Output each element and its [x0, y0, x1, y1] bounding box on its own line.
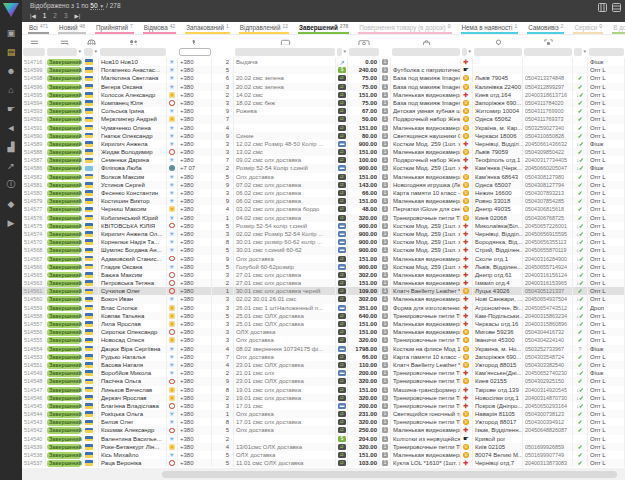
- order-row[interactable]: 514549ЗавершенийВоробйов Микола✳+380221.…: [22, 369, 625, 377]
- tab-Самовивіз[interactable]: Самовивіз2: [527, 22, 564, 34]
- last-page-icon[interactable]: ▶|: [75, 13, 81, 19]
- order-row[interactable]: 514556ЗавершенийСиротюк Олександр+3803ОЛ…: [22, 328, 625, 336]
- filter-input-payment[interactable]: [337, 48, 342, 56]
- filter-phone[interactable]: [178, 45, 212, 58]
- order-row[interactable]: 514558ЗавершенийКовпак Татьяна+380525.01…: [22, 312, 625, 320]
- settings-icon[interactable]: [612, 3, 621, 12]
- filter-check[interactable]: ▼: [573, 45, 588, 58]
- order-row[interactable]: 514590ЗавершенийГнатюк Олександр✳+3809Си…: [22, 132, 625, 140]
- filter-client_type[interactable]: [588, 45, 625, 58]
- company-icon[interactable]: ⌂: [0, 80, 22, 99]
- filter-country[interactable]: ▼: [83, 45, 99, 58]
- filter-input-product[interactable]: [392, 48, 460, 56]
- order-row[interactable]: 514593ЗавершенийСольська Ірина✳+3809Роже…: [22, 107, 625, 115]
- marketing-icon[interactable]: ◄: [0, 118, 22, 137]
- order-row[interactable]: 514545ЗавершенийБлагінна Владіслава+3803…: [22, 402, 625, 410]
- scrollbar-thumb[interactable]: [162, 471, 617, 478]
- filter-payment[interactable]: ▼: [336, 45, 348, 58]
- stats-icon[interactable]: ▟: [0, 137, 22, 156]
- filter-input-phone[interactable]: [179, 48, 211, 56]
- filter-input-country[interactable]: [84, 48, 93, 56]
- order-row[interactable]: 514565ЗавершенийБаюка Максим+380327.01 с…: [22, 271, 625, 279]
- filter-input-check[interactable]: [574, 48, 582, 56]
- filter-input-comment[interactable]: [235, 48, 335, 56]
- tab-Відмова[interactable]: Відмова42: [143, 22, 176, 34]
- order-row[interactable]: 514539ЗавершенийРоке-Бетанкурт Лін...+38…: [22, 443, 625, 451]
- order-row[interactable]: 514591ЗавершенийЧумаченко Олена✳+3804⇄15…: [22, 124, 625, 132]
- order-row[interactable]: 514555ЗавершенийНовосад Олеся+3803Олх до…: [22, 336, 625, 344]
- tab-Всі[interactable]: Всі471: [28, 22, 49, 34]
- order-row[interactable]: 514580ЗавершенийФесенко Константин✳+3803…: [22, 189, 625, 197]
- tab-Відправлений[interactable]: Відправлений12: [239, 22, 289, 34]
- first-page-icon[interactable]: |◀: [30, 13, 36, 19]
- order-row[interactable]: 514587ЗавершенийСеменюк Дарина✳+380709.0…: [22, 156, 625, 164]
- columns-icon[interactable]: [598, 3, 607, 12]
- order-row[interactable]: 514596ЗавершенийВегера Оксана✳+380320.02…: [22, 83, 625, 91]
- page-size-dropdown[interactable]: 50 ▼: [90, 2, 104, 10]
- order-row[interactable]: 514553ЗавершенийРудько Наталья✳+3807Олх …: [22, 353, 625, 361]
- order-row[interactable]: 514561ЗавершенийСучилов Олег+380130.01 с…: [22, 287, 625, 295]
- order-row[interactable]: 514551ЗавершенийБасова Наталя✳+380423.01…: [22, 361, 625, 369]
- filter-id[interactable]: [22, 45, 46, 58]
- order-row[interactable]: 514586ЗавершенийФіліпова Люба+7 072Розмі…: [22, 164, 625, 172]
- dashboard-icon[interactable]: ▣: [0, 23, 22, 42]
- filter-input-id[interactable]: [23, 48, 45, 56]
- filter-status[interactable]: ▼: [46, 45, 83, 58]
- order-row[interactable]: 514543ЗавершенийБелов Олег✳+380817.01 см…: [22, 418, 625, 426]
- order-row[interactable]: 514557ЗавершенийЛила Ярослав+380325.01 с…: [22, 320, 625, 328]
- tab-Новий[interactable]: Новий48: [58, 22, 86, 34]
- order-row[interactable]: 514598ЗавершенийМалютина Светлана✳+38062…: [22, 74, 625, 82]
- tab-Завершений[interactable]: Завершений278: [298, 22, 349, 34]
- filter-city[interactable]: [473, 45, 523, 58]
- order-row[interactable]: 514537ЗавершенийРаца Вероніка+380511.01 …: [22, 459, 625, 467]
- order-row[interactable]: 514581ЗавершенийУстинов Сергей✳+380907.0…: [22, 181, 625, 189]
- order-row[interactable]: 514599ЗавершенийПотапенко Анастас...✳+38…: [22, 66, 625, 74]
- order-row[interactable]: 514547ЗавершенийЛиньков Вячеслав+380819.…: [22, 386, 625, 394]
- order-row[interactable]: 514582ЗавершенийВолков Максим✳+3805Олх д…: [22, 173, 625, 181]
- order-row[interactable]: 514575ЗавершенийКВІТОВСЬКА ЮЛІЯ+3805Розм…: [22, 222, 625, 230]
- filter-product[interactable]: [391, 45, 461, 58]
- order-row[interactable]: 514568ЗавершенийШумляс Богдана Ан...✳+38…: [22, 246, 625, 254]
- order-row[interactable]: 514595ЗавершенийКолосок Александр+380214…: [22, 91, 625, 99]
- order-row[interactable]: 514576ЗавершенийКобилинський Юрий✳+38010…: [22, 214, 625, 222]
- order-row[interactable]: 514579ЗавершенийКостишин Виктор✳+380906.…: [22, 197, 625, 205]
- page-number[interactable]: 1: [43, 12, 47, 19]
- order-row[interactable]: 514554ЗавершенийДацюк Віра Сергіївна✳+38…: [22, 345, 625, 353]
- order-row[interactable]: 514570ЗавершенийКорнелюк Надія Та...✳+38…: [22, 238, 625, 246]
- order-row[interactable]: 514538ЗавершенийКісь Михайло✳+3805ОЛХ до…: [22, 451, 625, 459]
- tab-В дорозі додому[interactable]: В дорозі додому: [612, 22, 625, 34]
- order-row[interactable]: 514592ЗавершенийМерклингер Андрей+3807⇄5…: [22, 115, 625, 123]
- video-icon[interactable]: ▶: [0, 213, 22, 232]
- filter-input-carrier[interactable]: [462, 48, 467, 56]
- order-row[interactable]: 514548ЗавершенийПасічна Ольга+380923.01 …: [22, 377, 625, 385]
- filter-client_name[interactable]: [99, 45, 167, 58]
- sales-icon[interactable]: ☛: [0, 99, 22, 118]
- filter-input-client_name[interactable]: [100, 48, 166, 56]
- order-row[interactable]: 514542ЗавершенийКошмак Александр+3805Олх…: [22, 426, 625, 434]
- app-logo[interactable]: [3, 3, 19, 17]
- filter-amount[interactable]: [348, 45, 380, 58]
- order-row[interactable]: 514540ЗавершенийВалентина Василье...✳+38…: [22, 435, 625, 443]
- clients-icon[interactable]: ☻: [0, 61, 22, 80]
- tab-Запакований[interactable]: Запакований1: [185, 22, 230, 34]
- order-row[interactable]: 514589ЗавершенийКирилич Анжела✳+380312.0…: [22, 140, 625, 148]
- horizontal-scrollbar[interactable]: [22, 468, 625, 480]
- order-row[interactable]: 514544ЗавершенийРокіцька Ольга✳+3801Олх …: [22, 410, 625, 418]
- page-number[interactable]: 3: [64, 12, 68, 19]
- filter-ttn[interactable]: [523, 45, 573, 58]
- tab-Повернення товару (в дорозі)[interactable]: Повернення товару (в дорозі)0: [358, 22, 451, 34]
- order-row[interactable]: 514546ЗавершенийДеркач Ярослав+380219.01…: [22, 394, 625, 402]
- order-row[interactable]: 514567ЗавершенийАдамовский Станис...+380…: [22, 255, 625, 263]
- order-row[interactable]: 514594ЗавершенийКомпанец Юля+380318.02 с…: [22, 99, 625, 107]
- order-row[interactable]: 514559ЗавершенийВлас Слотюк+380326.01 см…: [22, 304, 625, 312]
- page-number[interactable]: 2: [53, 12, 57, 19]
- filter-input-amount[interactable]: [349, 48, 379, 56]
- filter-input-ttn[interactable]: [524, 48, 572, 56]
- orders-icon[interactable]: ▤: [0, 42, 22, 61]
- order-row[interactable]: 514574ЗавершенийКирилич Анжела Ол...✳+38…: [22, 230, 625, 238]
- info-icon[interactable]: ⓘ: [0, 175, 22, 194]
- order-row[interactable]: 514716ЗавершенийНов10 Нов10✳+3802Выдача↗…: [22, 58, 625, 66]
- security-icon[interactable]: ◆: [0, 194, 22, 213]
- filter-input-client_type[interactable]: [589, 48, 624, 56]
- order-row[interactable]: 514577ЗавершенийЧерниш Максим+380403.02 …: [22, 205, 625, 213]
